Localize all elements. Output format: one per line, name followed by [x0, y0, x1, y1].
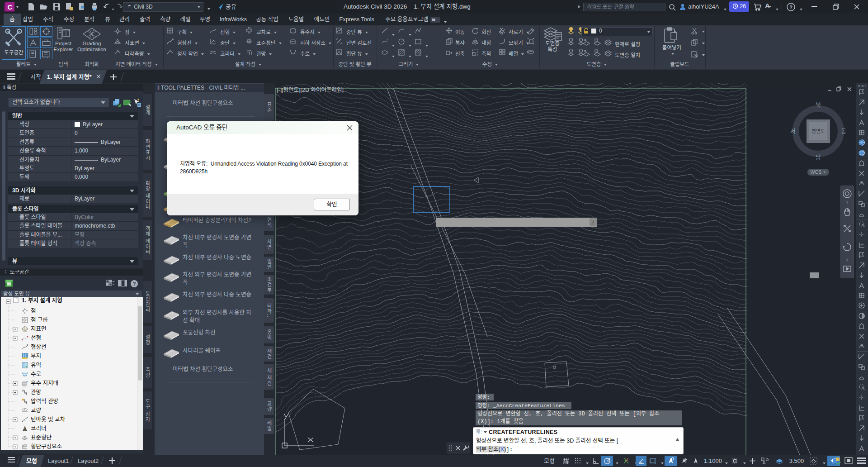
- svg-text:교량: 교량: [31, 407, 42, 414]
- svg-text:점 그룹: 점 그룹: [31, 317, 48, 323]
- svg-text:압력식 관망: 압력식 관망: [31, 398, 58, 405]
- svg-text:지표면: 지표면: [31, 326, 47, 332]
- svg-text:점: 점: [31, 308, 36, 314]
- svg-text:서: 서: [790, 128, 796, 134]
- svg-text:턴아웃 및 교차: 턴아웃 및 교차: [31, 416, 65, 423]
- svg-text:횡단구성요소: 횡단구성요소: [31, 443, 62, 450]
- svg-text:북: 북: [816, 101, 821, 108]
- svg-text:남: 남: [816, 154, 821, 161]
- svg-text:?: ?: [133, 281, 136, 286]
- svg-text:표준횡단: 표준횡단: [31, 434, 52, 441]
- svg-text:코리더: 코리더: [31, 425, 47, 432]
- svg-text:유역: 유역: [31, 362, 41, 368]
- svg-text:부지: 부지: [31, 353, 41, 359]
- svg-text:선형: 선형: [31, 335, 41, 341]
- svg-text:동: 동: [841, 128, 846, 134]
- svg-text:수로: 수로: [31, 371, 41, 377]
- svg-text:우수 지지대: 우수 지지대: [31, 380, 58, 386]
- svg-text:관망: 관망: [31, 389, 42, 396]
- svg-text:?: ?: [789, 5, 793, 10]
- svg-text:평면도: 평면도: [811, 129, 825, 134]
- svg-text:C: C: [8, 3, 13, 11]
- svg-text:1. 부지 설계 지형: 1. 부지 설계 지형: [22, 297, 62, 304]
- svg-text:형상선: 형상선: [31, 344, 47, 350]
